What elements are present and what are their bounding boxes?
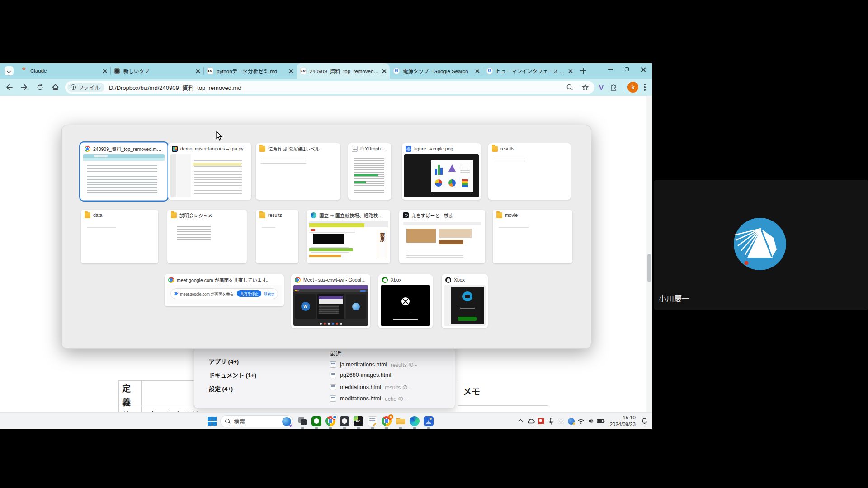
search-category-settings[interactable]: 設定 (4+): [209, 384, 233, 393]
participant-tile[interactable]: 小川慶一: [654, 180, 868, 310]
close-tab-icon[interactable]: [289, 69, 293, 73]
switcher-card-share-bar[interactable]: meet.google.com が画面を共有しています。 meet.google…: [165, 274, 284, 306]
forward-button[interactable]: [18, 81, 31, 94]
search-category-documents[interactable]: ドキュメント (1+): [209, 371, 256, 379]
onedrive-cloud-icon[interactable]: [526, 416, 536, 426]
battery-icon[interactable]: [596, 416, 606, 426]
switcher-card-figure-sample[interactable]: figure_sample.png: [402, 143, 481, 200]
photos-app-icon[interactable]: [423, 415, 434, 427]
participant-logo: [733, 217, 787, 271]
browser-tab-google-search-2[interactable]: ヒューマンインタフェース - Google Se: [483, 63, 576, 79]
browser-menu-icon[interactable]: [644, 83, 646, 91]
notifications-bell-icon[interactable]: [639, 416, 649, 426]
browser-tab-python-md[interactable]: pythonデータ分析ゼミ.md: [203, 63, 297, 79]
site-info-chip[interactable]: ファイル: [67, 83, 104, 92]
switcher-card-xbox-2[interactable]: Xbox: [442, 274, 488, 328]
xbox-dark-app-icon[interactable]: [339, 415, 350, 427]
url-text: D:/Dropbox/biz/md/240909_資料_top_removed.…: [109, 83, 241, 92]
close-tab-icon[interactable]: [382, 69, 386, 73]
table-header-memo: メモ: [463, 385, 480, 397]
search-category-apps[interactable]: アプリ (4+): [209, 357, 239, 366]
reload-button[interactable]: [33, 81, 46, 94]
switcher-card-denpyo[interactable]: 伝票作成-発展編1レベル: [256, 143, 340, 200]
switcher-card-movie[interactable]: movie: [493, 210, 572, 263]
browser-tab-newtab[interactable]: 新しいタブ: [110, 63, 203, 79]
card-preview: [444, 285, 486, 326]
recent-item[interactable]: ja.meditations.html results の -: [330, 361, 417, 368]
chrome-favicon: [295, 277, 301, 283]
close-tab-icon[interactable]: [196, 69, 200, 73]
card-title: Meet - saz-enwt-iwj - Google Chr...: [303, 277, 367, 282]
wifi-icon[interactable]: [576, 416, 586, 426]
profile-avatar[interactable]: k: [627, 82, 638, 93]
profile-badge: k: [388, 414, 393, 419]
switcher-card-meet[interactable]: Meet - saz-enwt-iwj - Google Chr... W: [291, 274, 370, 328]
home-button[interactable]: [49, 81, 61, 94]
markdown-favicon: [207, 68, 213, 74]
microphone-icon[interactable]: [546, 416, 556, 426]
close-tab-icon[interactable]: [568, 69, 572, 73]
taskbar-clock[interactable]: 15:10 2024/09/23: [609, 414, 636, 428]
switcher-card-results-1[interactable]: results: [488, 143, 571, 200]
recent-item[interactable]: pg2680-images.html: [330, 372, 395, 378]
page-scrollbar[interactable]: [646, 96, 652, 412]
card-preview: [83, 154, 165, 197]
tray-app-red-icon[interactable]: [536, 416, 546, 426]
tray-chevron-icon[interactable]: [516, 416, 526, 426]
close-tab-icon[interactable]: [475, 69, 479, 73]
card-preview: [258, 154, 338, 197]
tray-x-icon[interactable]: [556, 416, 566, 426]
switcher-card-data[interactable]: data: [81, 210, 158, 263]
edge-browser-icon[interactable]: [409, 415, 420, 427]
minimize-icon[interactable]: [608, 69, 613, 70]
switcher-card-xbox-1[interactable]: Xbox: [378, 274, 433, 328]
chrome-profile-app-icon[interactable]: k: [381, 415, 392, 427]
chrome-favicon: [168, 277, 174, 283]
folder-icon: [171, 212, 177, 218]
windows-search-panel: アプリ (4+) ドキュメント (1+) 設定 (4+) 最近 ja.medit…: [194, 343, 455, 409]
address-bar[interactable]: ファイル D:/Dropbox/biz/md/240909_資料_top_rem…: [65, 81, 594, 94]
switcher-card-setsumeikai[interactable]: 説明会レジュメ: [167, 210, 247, 263]
switcher-card-results-2[interactable]: results: [256, 210, 298, 263]
hide-share-bar-link[interactable]: 非表示: [264, 291, 274, 296]
close-window-icon[interactable]: [641, 67, 646, 72]
switcher-card-kokuritsu-route[interactable]: 国立 ⇒ 国立競技場、経路検索|駅... 糖尿: [307, 210, 390, 263]
zoom-icon[interactable]: [566, 83, 575, 92]
card-preview: meet.google.com が画面を共有しています。 共有を停止 非表示: [167, 285, 282, 304]
volume-icon[interactable]: [586, 416, 596, 426]
stop-sharing-button[interactable]: 共有を停止: [237, 290, 261, 297]
xbox-green-app-icon[interactable]: [311, 415, 322, 427]
extension-v-icon[interactable]: V: [599, 84, 604, 91]
task-view-button[interactable]: [297, 415, 308, 427]
scrollbar-thumb[interactable]: [647, 254, 651, 282]
file-explorer-icon[interactable]: [395, 415, 406, 427]
omnibox-icons: [566, 83, 590, 92]
browser-tab-google-search-1[interactable]: 電源タップ - Google Search: [390, 63, 483, 79]
table-border: [141, 380, 142, 412]
switcher-card-dropbox-note[interactable]: D:¥Dropbox¥bi...: [348, 143, 391, 200]
browser-tab-active-document[interactable]: 240909_資料_top_removed.md: [297, 63, 390, 79]
notepad-app-icon[interactable]: [367, 415, 378, 427]
extensions-puzzle-icon[interactable]: [609, 83, 618, 92]
tray-blue-ball-icon[interactable]: [566, 416, 576, 426]
new-tab-button[interactable]: [579, 66, 588, 75]
back-button[interactable]: [3, 81, 15, 94]
google-favicon: [393, 68, 400, 74]
maximize-icon[interactable]: [625, 67, 629, 71]
markdown-favicon: [300, 68, 307, 74]
switcher-card-ekisupato[interactable]: えきすぱーと - 検索: [399, 210, 485, 263]
taskbar-search-box[interactable]: 検索: [220, 415, 293, 427]
bookmark-star-icon[interactable]: [581, 83, 590, 92]
recent-item[interactable]: meditations.html results の -: [330, 383, 411, 391]
switcher-card-240909-md[interactable]: 240909_資料_top_removed.md -...: [81, 143, 167, 200]
start-button[interactable]: [206, 415, 218, 427]
tab-search-button[interactable]: [5, 66, 14, 75]
switcher-card-rpa-py[interactable]: demo_miscellaneous – rpa.py: [168, 143, 251, 200]
chrome-meet-app-icon[interactable]: [325, 415, 336, 427]
close-tab-icon[interactable]: [103, 69, 107, 73]
card-preview: 糖尿: [309, 221, 388, 261]
browser-tab-claude[interactable]: Claude: [17, 63, 110, 79]
recent-item[interactable]: meditations.html echo の -: [330, 394, 407, 402]
pycharm-app-icon[interactable]: [353, 415, 364, 427]
share-message: meet.google.com が画面を共有しています。: [180, 291, 235, 296]
